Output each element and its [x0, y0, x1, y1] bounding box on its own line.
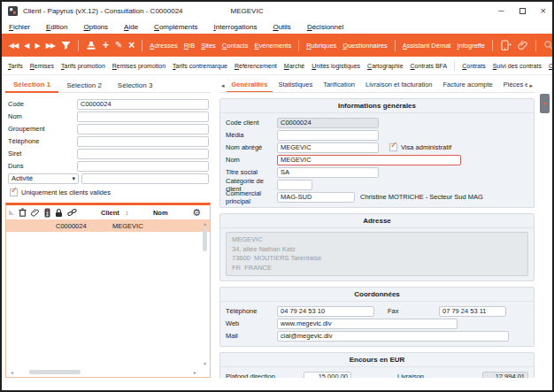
scroll-up-icon[interactable]: ▴ — [204, 220, 206, 227]
titre-social-input[interactable] — [277, 167, 379, 178]
link-chain-icon[interactable] — [67, 208, 77, 217]
commercial-principal-input[interactable] — [277, 192, 355, 203]
telephone-input[interactable] — [77, 136, 209, 147]
select-all-corner-icon[interactable] — [9, 210, 14, 215]
module-referencement[interactable]: Référencement — [235, 63, 277, 69]
link-adresses[interactable]: Adresses — [150, 42, 177, 50]
siret-input[interactable] — [77, 149, 209, 159]
link-infogreffe[interactable]: Infogreffe — [457, 42, 485, 50]
tab-livraison-facturation[interactable]: Livraison et facturation — [360, 79, 437, 92]
tabs-scroll-right-icon[interactable]: ▸ — [527, 82, 535, 92]
first-record-button[interactable]: ◀◀ — [9, 42, 18, 50]
categorie-client-input[interactable] — [277, 180, 312, 190]
web-input[interactable] — [277, 319, 458, 329]
edit-button[interactable]: ✎ — [115, 41, 122, 50]
add-button[interactable]: + — [103, 41, 109, 50]
vertical-scrollbar[interactable]: ▴ ▾ — [201, 220, 209, 366]
menu-complements[interactable]: Compléments — [150, 23, 209, 31]
minimize-button[interactable]: ─ — [498, 6, 504, 15]
link-questionnaires[interactable]: Questionnaires — [342, 42, 387, 50]
sort-icon[interactable]: ↕ — [126, 210, 129, 216]
tab-pieces-et-liens[interactable]: Pièces et lie — [498, 79, 528, 92]
tab-selection-3[interactable]: Sélection 3 — [110, 80, 161, 92]
module-cartographie[interactable]: Cartographie — [367, 63, 403, 69]
nom-detail-input[interactable] — [277, 155, 461, 165]
module-tarifs-contremarque[interactable]: Tarifs contremarque — [173, 63, 227, 69]
visa-administratif-checkbox[interactable]: ✓ — [389, 143, 397, 151]
menu-edition[interactable]: Edition — [42, 23, 79, 31]
previous-record-button[interactable]: ◀ — [24, 42, 28, 50]
menu-outils[interactable]: Outils — [268, 23, 302, 31]
duns-input[interactable] — [77, 161, 209, 172]
menu-aide[interactable]: Aide — [119, 23, 150, 31]
tab-selection-1[interactable]: Sélection 1 — [5, 79, 58, 93]
code-input[interactable] — [77, 99, 209, 110]
gear-icon[interactable]: ⚙ — [192, 208, 201, 218]
code-client-label: Code client — [226, 119, 277, 127]
activity-value-input[interactable] — [81, 173, 209, 184]
module-tarifs[interactable]: Tarifs — [8, 63, 23, 69]
tab-tarification[interactable]: Tarification — [318, 79, 360, 92]
horizontal-scrollbar[interactable]: ◂ ▸ — [8, 367, 199, 376]
filter-icon[interactable] — [61, 41, 71, 50]
module-contrats[interactable]: Contrats — [462, 63, 485, 69]
module-marche[interactable]: Marché — [284, 63, 304, 69]
trash-icon[interactable] — [19, 208, 27, 217]
fax-input[interactable] — [439, 306, 506, 317]
results-header: Client ↕ Nom ⚙ — [6, 205, 210, 219]
vertical-scroll-thumb[interactable] — [203, 228, 207, 251]
scroll-right-icon[interactable]: ▸ — [194, 369, 196, 375]
column-header-nom[interactable]: Nom — [133, 209, 188, 217]
paperclip-icon[interactable] — [31, 208, 40, 217]
validate-stamp-icon[interactable] — [86, 41, 96, 50]
nom-input[interactable] — [77, 111, 209, 122]
mail-input[interactable] — [277, 331, 509, 342]
column-header-client[interactable]: Client — [101, 209, 119, 217]
scroll-left-icon[interactable]: ◂ — [11, 369, 13, 375]
tabs-scroll-left-icon[interactable]: ◂ — [219, 82, 227, 92]
link-contacts[interactable]: Contacts — [222, 42, 249, 50]
media-input[interactable] — [277, 130, 379, 141]
telephone-detail-input[interactable] — [277, 306, 374, 317]
scroll-down-icon[interactable]: ▾ — [204, 360, 206, 366]
plafond-direction-input[interactable] — [304, 372, 351, 379]
menu-fichier[interactable]: Fichier — [4, 23, 42, 31]
last-record-button[interactable]: ▶▶ — [46, 42, 55, 50]
valid-only-checkbox[interactable]: ✓ — [10, 188, 18, 196]
module-tarifs-promotion[interactable]: Tarifs promotion — [61, 63, 105, 69]
activity-select[interactable]: Activité▾ — [8, 173, 79, 184]
module-contrats-bfa[interactable]: Contrats BFA — [411, 63, 448, 69]
module-unites-logistiques[interactable]: Unités logistiques — [312, 63, 360, 69]
module-remises-promotion[interactable]: Remises promotion — [112, 63, 165, 69]
menu-decisionnel[interactable]: Décisionnel — [303, 23, 355, 31]
menu-options[interactable]: Options — [79, 23, 119, 31]
link-assistant-demat[interactable]: Assistant Démat — [403, 42, 451, 50]
link-evenements[interactable]: Evénements — [254, 42, 291, 50]
attachment-icon[interactable] — [518, 40, 528, 50]
link-sites[interactable]: Sites — [201, 42, 216, 50]
module-suivi-contrats[interactable]: Suivi des contrats — [493, 63, 542, 69]
menu-interrogations[interactable]: Interrogations — [209, 23, 268, 31]
tab-generalites[interactable]: Généralités — [227, 79, 273, 92]
link-rib[interactable]: RIB — [184, 42, 196, 50]
tab-statistiques[interactable]: Statistiques — [273, 79, 318, 92]
table-row[interactable]: C0000024 MEGEVIC — [6, 219, 210, 232]
groupement-input[interactable] — [77, 124, 209, 135]
device-export-icon[interactable] — [500, 40, 512, 51]
traffic-light-icon[interactable] — [44, 208, 50, 218]
maximize-button[interactable] — [519, 8, 526, 14]
link-rubriques[interactable]: Rubriques — [306, 42, 336, 50]
tab-facture-acompte[interactable]: Facture acompte — [437, 79, 497, 92]
nom-abrege-input[interactable] — [277, 142, 379, 153]
module-remises[interactable]: Remises — [30, 63, 54, 69]
section-encours: Encours en EUR Plafond direction Livrais… — [219, 352, 535, 378]
lock-icon[interactable] — [55, 208, 63, 218]
delete-button[interactable]: × — [128, 41, 135, 50]
next-record-button[interactable]: ▶ — [35, 42, 39, 50]
close-button[interactable]: × — [541, 5, 546, 16]
panel-collapse-handle[interactable]: ▸ — [540, 94, 550, 113]
module-offres-prix[interactable]: Offres de prix — [549, 63, 554, 69]
horizontal-scroll-thumb[interactable] — [29, 370, 81, 374]
search-icon[interactable] — [543, 40, 554, 50]
tab-selection-2[interactable]: Sélection 2 — [58, 80, 110, 92]
